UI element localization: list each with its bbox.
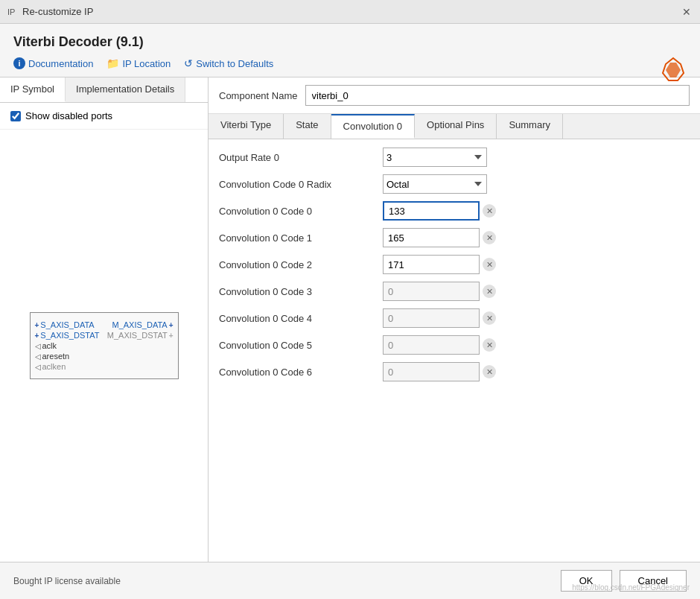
port-name-m-axis-dstat: M_AXIS_DSTAT (107, 331, 168, 340)
code-2-input[interactable] (383, 255, 480, 274)
param-control-code-3: ✕ (383, 282, 496, 301)
tab-convolution-0[interactable]: Convolution 0 (331, 114, 416, 139)
param-control-code-4: ✕ (383, 308, 496, 328)
clear-code-4-button[interactable]: ✕ (483, 311, 496, 325)
param-label-output-rate: Output Rate 0 (219, 152, 383, 163)
param-label-code-4: Convolution 0 Code 4 (219, 313, 383, 324)
header-toolbar: i Documentation 📁 IP Location ↺ Switch t… (13, 57, 687, 69)
show-disabled-ports-label: Show disabled ports (25, 110, 112, 121)
code-6-input[interactable] (383, 362, 480, 381)
watermark: https://blog.csdn.net/FPGAdesigner (572, 583, 690, 592)
app-title: Viterbi Decoder (9.1) (13, 34, 687, 50)
code-0-input[interactable] (383, 201, 480, 221)
tab-ip-symbol[interactable]: IP Symbol (0, 77, 66, 102)
ip-block-row-s-axis-dstat: + S_AXIS_DSTAT M_AXIS_DSTAT + (35, 331, 174, 340)
config-tabs: Viterbi Type State Convolution 0 Optiona… (209, 114, 700, 139)
app-icon: IP (6, 6, 18, 18)
documentation-label: Documentation (28, 58, 93, 69)
ip-block-row-aclken: ◁ aclken (35, 362, 174, 371)
component-name-label: Component Name (219, 90, 298, 101)
param-row-radix: Convolution Code 0 Radix OctalBinaryHexa… (219, 174, 690, 194)
clear-code-5-button[interactable]: ✕ (483, 338, 496, 352)
tab-implementation-details[interactable]: Implementation Details (66, 77, 185, 102)
param-label-code-3: Convolution 0 Code 3 (219, 286, 383, 297)
component-name-row: Component Name (209, 77, 700, 114)
param-control-code-2: ✕ (383, 255, 496, 274)
port-aclk: ◁ aclk (35, 341, 57, 350)
port-name-aclken: aclken (42, 362, 66, 371)
footer-info: Bought IP license available (13, 576, 121, 586)
code-3-input[interactable] (383, 282, 480, 301)
param-row-code-0: Convolution 0 Code 0 ✕ (219, 200, 690, 221)
component-name-input[interactable] (305, 85, 690, 106)
output-rate-select[interactable]: 3124567 (383, 148, 487, 167)
param-label-code-6: Convolution 0 Code 6 (219, 367, 383, 378)
tab-summary[interactable]: Summary (497, 114, 563, 139)
port-name-s-axis-dstat: S_AXIS_DSTAT (40, 331, 99, 340)
plus-icon-s-axis-data: + (35, 321, 39, 329)
left-panel: IP Symbol Implementation Details Show di… (0, 77, 209, 562)
param-label-code-0: Convolution 0 Code 0 (219, 206, 383, 217)
params-area: Output Rate 0 3124567 Convolution Code 0… (209, 139, 700, 562)
param-control-code-1: ✕ (383, 228, 496, 247)
clear-code-2-button[interactable]: ✕ (483, 258, 496, 271)
switch-to-defaults-label: Switch to Defaults (196, 58, 273, 69)
param-control-output-rate: 3124567 (383, 148, 487, 167)
switch-to-defaults-button[interactable]: ↺ Switch to Defaults (184, 57, 273, 69)
port-aclken: ◁ aclken (35, 362, 66, 371)
port-name-m-axis-data: M_AXIS_DATA (112, 320, 167, 329)
port-m-axis-data: M_AXIS_DATA + (112, 320, 173, 329)
tab-state[interactable]: State (284, 114, 331, 139)
ip-block: + S_AXIS_DATA M_AXIS_DATA + + S_AXIS_DST… (30, 312, 179, 379)
show-disabled-ports-checkbox[interactable] (10, 111, 21, 121)
ip-location-button[interactable]: 📁 IP Location (106, 57, 171, 69)
param-control-radix: OctalBinaryHexadecimal (383, 174, 487, 194)
clear-code-1-button[interactable]: ✕ (483, 231, 496, 244)
port-s-axis-data: + S_AXIS_DATA (35, 320, 95, 329)
ip-block-row-aresetn: ◁ aresetn (35, 352, 174, 361)
param-label-code-5: Convolution 0 Code 5 (219, 340, 383, 351)
documentation-button[interactable]: i Documentation (13, 57, 93, 69)
port-aresetn: ◁ aresetn (35, 352, 70, 361)
tab-viterbi-type[interactable]: Viterbi Type (209, 114, 284, 139)
code-1-input[interactable] (383, 228, 480, 247)
code-4-input[interactable] (383, 308, 480, 328)
param-row-output-rate: Output Rate 0 3124567 (219, 147, 690, 168)
right-panel: Component Name Viterbi Type State Convol… (209, 77, 700, 562)
param-control-code-0: ✕ (383, 201, 496, 221)
code-5-input[interactable] (383, 335, 480, 355)
param-row-code-6: Convolution 0 Code 6 ✕ (219, 361, 690, 382)
ip-block-row-s-axis-data: + S_AXIS_DATA M_AXIS_DATA + (35, 320, 174, 329)
clear-code-3-button[interactable]: ✕ (483, 285, 496, 298)
ip-symbol-area: + S_AXIS_DATA M_AXIS_DATA + + S_AXIS_DST… (0, 130, 208, 562)
left-options: Show disabled ports (0, 103, 208, 130)
clear-code-6-button[interactable]: ✕ (483, 365, 496, 378)
show-disabled-ports-row: Show disabled ports (10, 110, 197, 121)
arrow-icon-aclk: ◁ (35, 342, 41, 350)
ip-location-label: IP Location (122, 58, 171, 69)
close-button[interactable]: ✕ (679, 4, 694, 19)
tab-optional-pins[interactable]: Optional Pins (415, 114, 497, 139)
svg-text:IP: IP (7, 7, 15, 16)
plus-icon-s-axis-dstat: + (35, 332, 39, 340)
port-m-axis-dstat: M_AXIS_DSTAT + (107, 331, 174, 340)
brand-logo (660, 57, 687, 86)
plus-icon-m-axis-dstat: + (169, 332, 174, 340)
ip-block-row-aclk: ◁ aclk (35, 341, 174, 350)
folder-icon: 📁 (106, 57, 119, 69)
radix-select[interactable]: OctalBinaryHexadecimal (383, 174, 487, 194)
param-row-code-5: Convolution 0 Code 5 ✕ (219, 335, 690, 355)
left-tabs: IP Symbol Implementation Details (0, 77, 208, 103)
param-row-code-4: Convolution 0 Code 4 ✕ (219, 308, 690, 329)
param-control-code-5: ✕ (383, 335, 496, 355)
port-name-s-axis-data: S_AXIS_DATA (40, 320, 94, 329)
clear-code-0-button[interactable]: ✕ (483, 204, 496, 218)
header: Viterbi Decoder (9.1) i Documentation 📁 … (0, 24, 700, 77)
param-label-code-2: Convolution 0 Code 2 (219, 259, 383, 270)
content-area: IP Symbol Implementation Details Show di… (0, 77, 700, 562)
param-row-code-2: Convolution 0 Code 2 ✕ (219, 254, 690, 275)
param-row-code-1: Convolution 0 Code 1 ✕ (219, 227, 690, 248)
title-bar: IP Re-customize IP ✕ (0, 0, 700, 24)
main-container: Viterbi Decoder (9.1) i Documentation 📁 … (0, 24, 700, 599)
title-bar-left: IP Re-customize IP (6, 6, 93, 18)
